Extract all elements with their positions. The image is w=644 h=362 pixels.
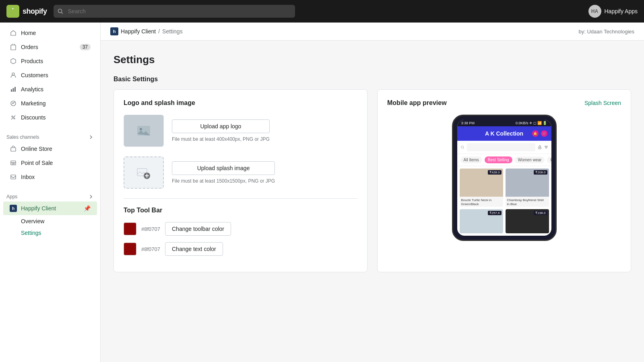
- svg-point-8: [12, 116, 13, 117]
- sidebar-item-inbox[interactable]: Inbox: [3, 170, 97, 184]
- sidebar-sub-settings[interactable]: Settings: [3, 227, 97, 239]
- breadcrumb-app-name: Happify Client: [121, 28, 156, 35]
- upload-logo-row: Upload app logo File must be at least 40…: [124, 115, 357, 147]
- sidebar-label-marketing: Marketing: [21, 100, 45, 107]
- sidebar-item-analytics[interactable]: Analytics: [3, 82, 97, 96]
- inbox-icon: [10, 173, 17, 181]
- sidebar-label-pos: Point of Sale: [21, 160, 53, 166]
- svg-rect-14: [12, 163, 14, 164]
- marketing-icon: [10, 100, 17, 107]
- upload-logo-info: Upload app logo File must be at least 40…: [172, 119, 270, 142]
- search-icon: [58, 8, 63, 14]
- phone-search-row: [457, 141, 551, 154]
- user-menu[interactable]: HA Happify Apps: [588, 5, 638, 18]
- breadcrumb: h Happify Client / Settings: [110, 27, 183, 35]
- sidebar-label-customers: Customers: [21, 72, 48, 78]
- toolbar-title: Top Tool Bar: [124, 207, 357, 214]
- svg-point-0: [58, 9, 62, 13]
- shopify-wordmark: shopify: [23, 7, 47, 16]
- tab-best-selling: Best Selling: [485, 156, 512, 163]
- upload-logo-button[interactable]: Upload app logo: [172, 119, 270, 133]
- svg-point-9: [14, 118, 15, 119]
- apps-section: Apps h Happify Client 📌 Overview Setting…: [0, 187, 100, 242]
- sidebar-item-customers[interactable]: Customers: [3, 68, 97, 82]
- product-card-4: ₹198.0: [506, 209, 549, 233]
- sidebar-item-marketing[interactable]: Marketing: [3, 97, 97, 110]
- sidebar-item-orders[interactable]: Orders 37: [3, 40, 97, 54]
- app-layout: shopify HA Happify Apps: [0, 0, 644, 362]
- search-input[interactable]: [54, 5, 295, 18]
- by-text: by: Udaan Technologies: [578, 29, 634, 35]
- sidebar-label-home: Home: [21, 30, 36, 36]
- sidebar-label-discounts: Discounts: [21, 114, 45, 121]
- sidebar-item-discounts[interactable]: Discounts: [3, 111, 97, 124]
- sidebar-item-home[interactable]: Home: [3, 26, 97, 40]
- change-text-color-button[interactable]: Change text color: [165, 242, 223, 256]
- sidebar-item-online-store[interactable]: Online Store: [3, 142, 97, 156]
- orders-badge: 37: [80, 44, 91, 50]
- home-icon: [10, 29, 17, 37]
- sidebar: Home Orders 37 Products: [0, 23, 101, 362]
- upload-splash-preview: [124, 156, 164, 189]
- nav-icons: 🔔 🛒: [532, 130, 547, 137]
- product-name-1: Boucle Turtle Neck in Green/Black: [460, 197, 503, 207]
- upload-splash-row: Upload splash image File must be at leas…: [124, 156, 357, 189]
- text-color-swatch: [124, 243, 136, 255]
- svg-line-21: [463, 148, 464, 149]
- breadcrumb-separator: /: [158, 28, 160, 35]
- svg-line-1: [61, 12, 63, 14]
- tab-all-items: All Items: [460, 156, 482, 163]
- sidebar-sub-overview[interactable]: Overview: [3, 216, 97, 227]
- toolbar-color-swatch: [124, 222, 136, 235]
- chevron-right-apps-icon: [88, 194, 94, 200]
- upload-splash-icon: [136, 165, 152, 181]
- settings-grid: Logo and splash image: [114, 89, 631, 272]
- product-name-2: Chambray Boyfriend Shirt in Blue: [506, 197, 549, 207]
- sidebar-item-happify-client[interactable]: h Happify Client 📌: [3, 202, 97, 215]
- online-store-icon: [10, 145, 17, 152]
- shopify-logo-icon: [6, 5, 19, 18]
- upload-splash-hint: File must be at least 1500x1500px, PNG o…: [172, 178, 275, 184]
- sidebar-label-products: Products: [21, 58, 43, 64]
- product-img-3: ₹257.6: [460, 209, 503, 233]
- toolbar-color-row: #8f0707 Change toolbar color: [124, 222, 357, 236]
- splash-screen-link[interactable]: Splash Screen: [584, 100, 621, 106]
- product-card-1: ₹428.0 Boucle Turtle Neck in Green/Black: [460, 169, 503, 207]
- upload-splash-info: Upload splash image File must be at leas…: [172, 161, 275, 184]
- page-content: Settings Basic Settings Logo and splash …: [101, 41, 644, 285]
- upload-logo-preview: [124, 115, 164, 147]
- sales-channels-header: Sales channels: [0, 131, 100, 142]
- price-badge-4: ₹198.0: [534, 211, 547, 215]
- shopify-logo[interactable]: shopify: [6, 5, 47, 18]
- apps-header: Apps: [0, 191, 100, 201]
- product-img-1: ₹428.0: [460, 169, 503, 197]
- phone-mockup: 3:38 PM 0.0KB/s ✈ ◻ 📶 🔋 A K Collection 🔔…: [452, 115, 557, 241]
- user-name: Happify Apps: [605, 8, 638, 14]
- products-icon: [10, 58, 17, 65]
- phone-tabs: All Items Best Selling Women wear Our Be…: [457, 154, 551, 166]
- svg-point-7: [11, 101, 16, 106]
- sidebar-item-products[interactable]: Products: [3, 54, 97, 68]
- phone-search-field: [467, 143, 535, 151]
- sidebar-item-point-of-sale[interactable]: Point of Sale: [3, 156, 97, 170]
- svg-rect-25: [545, 148, 547, 148]
- change-toolbar-color-button[interactable]: Change toolbar color: [165, 222, 231, 236]
- search-bar: [54, 5, 295, 18]
- svg-rect-4: [11, 89, 12, 92]
- sidebar-label-online-store: Online Store: [21, 146, 52, 152]
- phone-status-bar: 3:38 PM 0.0KB/s ✈ ◻ 📶 🔋: [457, 120, 551, 126]
- preview-title: Mobile app preview: [387, 99, 447, 107]
- upload-splash-button[interactable]: Upload splash image: [172, 161, 275, 175]
- status-time: 3:38 PM: [461, 121, 475, 125]
- upload-logo-hint: File must be at least 400x400px, PNG or …: [172, 136, 270, 142]
- app-nav-bar: A K Collection 🔔 🛒: [457, 126, 551, 141]
- phone-screen: 3:38 PM 0.0KB/s ✈ ◻ 📶 🔋 A K Collection 🔔…: [457, 120, 551, 236]
- sidebar-label-happify: Happify Client: [21, 205, 56, 212]
- divider: [124, 198, 357, 199]
- svg-rect-6: [14, 87, 16, 92]
- happify-icon: h: [10, 205, 17, 212]
- phone-search-icon: [460, 145, 464, 149]
- app-title: A K Collection: [485, 130, 523, 137]
- svg-point-3: [12, 73, 14, 75]
- mic-icon: [538, 145, 542, 149]
